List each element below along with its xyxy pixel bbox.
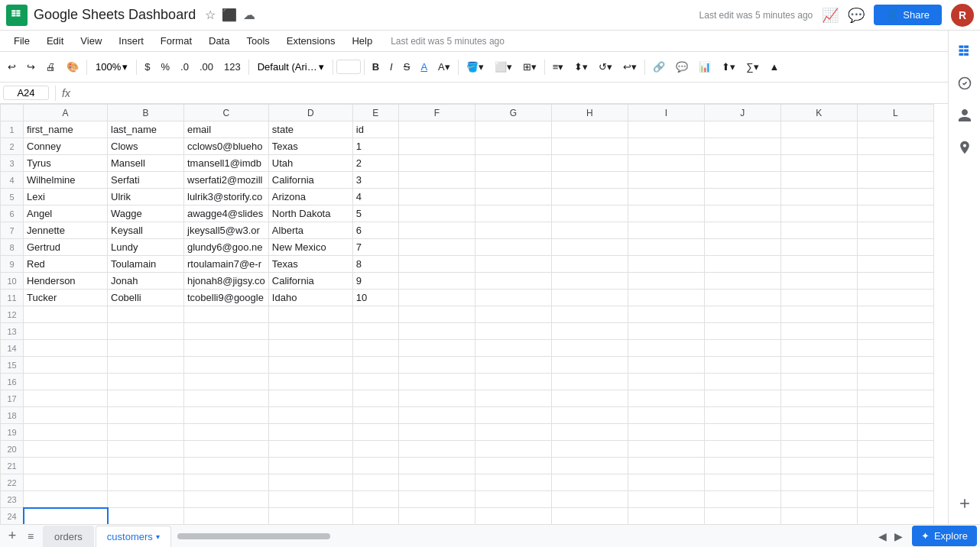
tab-customers-chevron-icon[interactable]: ▾ — [156, 532, 160, 541]
cell-l7[interactable] — [857, 222, 933, 239]
cell-a6[interactable]: Angel — [24, 206, 108, 222]
cell-d8[interactable]: New Mexico — [268, 239, 352, 256]
cell-19-7[interactable] — [475, 424, 551, 441]
cell-a3[interactable]: Tyrus — [24, 155, 108, 172]
cell-c8[interactable]: glundy6@goo.ne — [184, 239, 269, 256]
bold-button[interactable]: B — [368, 58, 384, 76]
valign-button[interactable]: ⬍▾ — [570, 58, 592, 76]
cell-14-8[interactable] — [551, 340, 628, 357]
cell-f7[interactable] — [398, 222, 475, 239]
add-sheet-button[interactable]: + — [3, 527, 21, 545]
cell-l1[interactable] — [857, 121, 933, 138]
cell-k6[interactable] — [780, 206, 857, 222]
cell-j3[interactable] — [704, 155, 780, 172]
cell-h6[interactable] — [551, 206, 628, 222]
col-header-l[interactable]: L — [857, 105, 933, 121]
cell-14-4[interactable] — [268, 340, 352, 357]
cell-g6[interactable] — [475, 206, 551, 222]
cell-a1[interactable]: first_name — [24, 121, 108, 138]
cell-h8[interactable] — [551, 239, 628, 256]
maps-icon[interactable] — [953, 136, 976, 159]
cell-j6[interactable] — [704, 206, 780, 222]
cell-e11[interactable]: 10 — [352, 290, 398, 306]
halign-button[interactable]: ≡▾ — [548, 58, 569, 76]
cell-21-5[interactable] — [352, 458, 398, 474]
cell-15-10[interactable] — [704, 357, 780, 374]
cell-12-9[interactable] — [628, 306, 704, 323]
cell-23-4[interactable] — [268, 491, 352, 508]
cell-17-10[interactable] — [704, 390, 780, 407]
menu-view[interactable]: View — [73, 34, 109, 48]
cell-15-8[interactable] — [551, 357, 628, 374]
cell-24-4[interactable] — [268, 508, 352, 525]
cell-e9[interactable]: 8 — [352, 256, 398, 273]
cell-h1[interactable] — [551, 121, 628, 138]
chart-button[interactable]: 📊 — [694, 58, 716, 76]
cell-i5[interactable] — [628, 189, 704, 206]
cell-14-7[interactable] — [475, 340, 551, 357]
cell-21-2[interactable] — [108, 458, 184, 474]
cell-15-12[interactable] — [857, 357, 933, 374]
cell-c6[interactable]: awagge4@slides — [184, 206, 269, 222]
cell-22-10[interactable] — [704, 474, 780, 491]
cell-19-10[interactable] — [704, 424, 780, 441]
cell-20-1[interactable] — [24, 441, 108, 458]
cell-d6[interactable]: North Dakota — [268, 206, 352, 222]
cell-17-11[interactable] — [780, 390, 857, 407]
cell-d1[interactable]: state — [268, 121, 352, 138]
cell-h11[interactable] — [551, 290, 628, 306]
cell-23-8[interactable] — [551, 491, 628, 508]
cell-20-3[interactable] — [184, 441, 269, 458]
cell-17-12[interactable] — [857, 390, 933, 407]
col-header-d[interactable]: D — [268, 105, 352, 121]
cell-16-7[interactable] — [475, 374, 551, 390]
grid-scroll[interactable]: A B C D E F G H I J K L 1 fir — [0, 104, 948, 524]
cell-18-8[interactable] — [551, 407, 628, 424]
cell-16-9[interactable] — [628, 374, 704, 390]
cell-13-6[interactable] — [398, 323, 475, 340]
cell-i1[interactable] — [628, 121, 704, 138]
star-icon[interactable]: ☆ — [205, 8, 216, 22]
cell-21-10[interactable] — [704, 458, 780, 474]
cell-23-7[interactable] — [475, 491, 551, 508]
cell-j5[interactable] — [704, 189, 780, 206]
cell-22-11[interactable] — [780, 474, 857, 491]
cell-18-7[interactable] — [475, 407, 551, 424]
cell-17-7[interactable] — [475, 390, 551, 407]
formula-input[interactable] — [73, 87, 977, 99]
cell-f5[interactable] — [398, 189, 475, 206]
cell-23-12[interactable] — [857, 491, 933, 508]
cell-17-9[interactable] — [628, 390, 704, 407]
nav-right-arrow[interactable]: ▶ — [891, 529, 906, 544]
font-family-dropdown[interactable]: Default (Ari… ▾ — [252, 59, 329, 75]
cell-15-2[interactable] — [108, 357, 184, 374]
cell-k10[interactable] — [780, 273, 857, 290]
cell-21-11[interactable] — [780, 458, 857, 474]
cell-17-8[interactable] — [551, 390, 628, 407]
cell-12-3[interactable] — [184, 306, 269, 323]
cell-13-1[interactable] — [24, 323, 108, 340]
cell-14-9[interactable] — [628, 340, 704, 357]
cell-23-1[interactable] — [24, 491, 108, 508]
cell-f9[interactable] — [398, 256, 475, 273]
cell-e10[interactable]: 9 — [352, 273, 398, 290]
cell-k5[interactable] — [780, 189, 857, 206]
cell-23-3[interactable] — [184, 491, 269, 508]
undo-button[interactable]: ↩ — [3, 58, 21, 76]
cell-24-1[interactable] — [24, 508, 108, 525]
cell-22-3[interactable] — [184, 474, 269, 491]
cell-23-11[interactable] — [780, 491, 857, 508]
cell-18-6[interactable] — [398, 407, 475, 424]
cell-c5[interactable]: lulrik3@storify.co — [184, 189, 269, 206]
col-header-g[interactable]: G — [475, 105, 551, 121]
cell-e1[interactable]: id — [352, 121, 398, 138]
cell-22-8[interactable] — [551, 474, 628, 491]
cell-f1[interactable] — [398, 121, 475, 138]
cell-j4[interactable] — [704, 172, 780, 189]
cell-14-10[interactable] — [704, 340, 780, 357]
cell-g1[interactable] — [475, 121, 551, 138]
cell-19-8[interactable] — [551, 424, 628, 441]
cell-i10[interactable] — [628, 273, 704, 290]
cell-i2[interactable] — [628, 138, 704, 155]
cell-19-11[interactable] — [780, 424, 857, 441]
